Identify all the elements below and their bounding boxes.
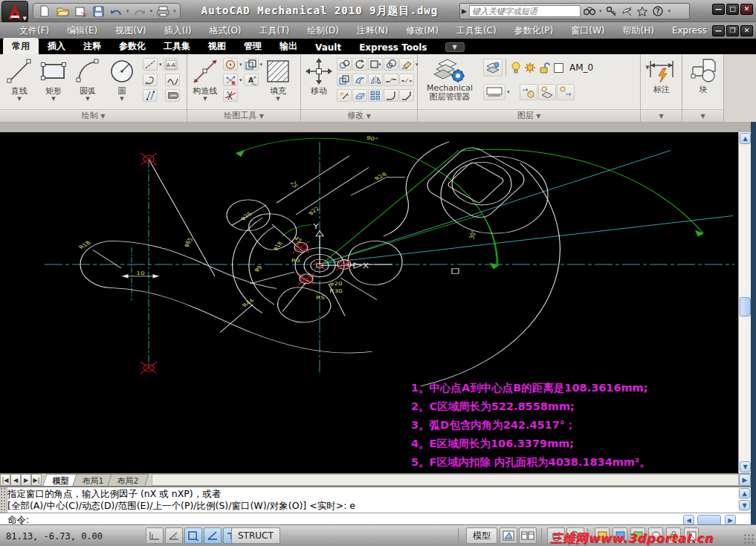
layers-panel-title[interactable]: 图层 ▼: [418, 109, 640, 122]
struct-button[interactable]: STRUCT: [231, 527, 280, 544]
prev-tab-button[interactable]: ◀: [10, 474, 21, 486]
drawtools-dd1[interactable]: ▾: [239, 62, 243, 68]
move-button[interactable]: 移动: [303, 56, 335, 107]
ribbon-tab-vault[interactable]: Vault: [306, 40, 350, 54]
doc-close-button[interactable]: ✕: [740, 25, 753, 36]
line-button[interactable]: 直线▼: [3, 56, 36, 107]
ribbon-tab-toolsets[interactable]: 工具集: [155, 38, 199, 54]
object-color-button[interactable]: [483, 84, 505, 100]
command-scroll-up-button[interactable]: ▲: [739, 488, 750, 498]
circle-button[interactable]: 圆▼: [106, 56, 138, 107]
resize-grip[interactable]: [744, 534, 755, 545]
spline-mini-button[interactable]: [165, 74, 180, 86]
ribbon-tab-annotate[interactable]: 注释: [74, 38, 110, 54]
layer-freeze-button[interactable]: [538, 84, 556, 100]
drawtools-panel-title[interactable]: 绘图工具 ▼: [187, 109, 300, 122]
layer-on-icon[interactable]: [509, 62, 523, 74]
menu-edit[interactable]: 编辑(E): [58, 23, 106, 39]
ribbon-tab-output[interactable]: 输出: [271, 38, 306, 54]
menu-tools[interactable]: 工具(T): [251, 23, 299, 39]
array-mini-button[interactable]: [368, 89, 383, 102]
search-dropdown[interactable]: ▾: [598, 8, 603, 14]
menu-modify[interactable]: 修改(M): [397, 23, 448, 39]
3d-mini-button[interactable]: [352, 89, 367, 102]
layer-color-swatch[interactable]: [554, 63, 563, 73]
command-window-drag-handle[interactable]: [0, 487, 7, 513]
section-line-mini-button[interactable]: [223, 89, 238, 102]
horizontal-scrollbar-track[interactable]: [152, 474, 739, 486]
layout2-tab[interactable]: 布局2: [107, 474, 149, 486]
object-color-dropdown[interactable]: ▾: [506, 89, 511, 95]
layer-unlock-icon[interactable]: [537, 62, 551, 74]
multiline-mini-button[interactable]: [143, 89, 158, 102]
layer-lock-button[interactable]: [557, 84, 575, 100]
layer-isolate-button[interactable]: [520, 84, 537, 100]
quick-view-layouts-button[interactable]: [519, 527, 537, 544]
polar-toggle[interactable]: [165, 527, 183, 544]
chamfer-mini-button[interactable]: [399, 89, 414, 102]
menu-draw[interactable]: 绘制(D): [298, 23, 348, 39]
text-align-mini-button[interactable]: A-A: [164, 58, 178, 71]
erase-mini-button[interactable]: [399, 58, 414, 71]
vertical-scroll-thumb[interactable]: [740, 297, 751, 316]
ribbon-tab-view[interactable]: 视图: [199, 38, 235, 54]
menu-parametric[interactable]: 参数化(P): [505, 23, 563, 39]
subscription-button[interactable]: [604, 5, 618, 17]
command-scrollbar[interactable]: ▲ ▼: [738, 487, 751, 513]
help-dropdown[interactable]: ▾: [667, 8, 671, 14]
osnap-toggle[interactable]: [184, 527, 202, 544]
doc-minimize-button[interactable]: —: [712, 25, 725, 36]
construction-lines-button[interactable]: 构造线▼: [189, 56, 222, 107]
model-space-button[interactable]: 模型: [466, 527, 497, 544]
hatch-button[interactable]: 填充▼: [262, 56, 294, 107]
block-panel-title[interactable]: ▼: [682, 109, 723, 122]
menu-insert[interactable]: 插入(I): [155, 23, 201, 39]
arc-button[interactable]: 圆弧▼: [71, 56, 104, 107]
draw-panel-title[interactable]: 绘制 ▼: [0, 109, 187, 122]
region-mini-button[interactable]: [165, 89, 180, 102]
command-history[interactable]: 指定窗口的角点，输入比例因子 (nX 或 nXP)，或者 [全部(A)/中心(C…: [7, 488, 737, 512]
maximize-button[interactable]: □: [726, 4, 739, 15]
scale-mini-button[interactable]: [384, 58, 398, 71]
scroll-down-button[interactable]: ▼: [740, 461, 751, 472]
fillet-mini-button[interactable]: [384, 89, 398, 102]
erase-points-mini-button[interactable]: [223, 74, 238, 86]
command-scroll-right-button[interactable]: ▶: [725, 515, 736, 525]
search-expand-icon[interactable]: ▶: [462, 7, 467, 15]
command-scroll-left-button[interactable]: ◀: [683, 515, 694, 525]
rotate-mini-button[interactable]: [352, 58, 367, 71]
draw-mini-dropdown[interactable]: ▾: [158, 62, 163, 68]
layer-manager-button[interactable]: Mechanical图层管理器: [421, 56, 479, 107]
vertical-scrollbar[interactable]: ▲ ▼: [738, 132, 751, 473]
command-hscroll-thumb[interactable]: [697, 515, 721, 525]
layout-button[interactable]: [500, 527, 517, 544]
horizontal-scroll-right-button[interactable]: ▶: [739, 474, 751, 486]
copy-object-mini-button[interactable]: [244, 58, 259, 71]
ribbon-tab-express[interactable]: Express Tools: [350, 40, 436, 54]
offset-mini-button[interactable]: [337, 74, 352, 86]
dimension-panel-title[interactable]: ▼: [641, 109, 682, 122]
explode-mini-button[interactable]: [337, 89, 352, 102]
search-input[interactable]: [469, 5, 581, 17]
first-tab-button[interactable]: |◀: [0, 474, 10, 486]
menu-format[interactable]: 格式(O): [201, 23, 251, 39]
menu-help[interactable]: 帮助(H): [613, 23, 662, 39]
last-tab-button[interactable]: ▶|: [31, 474, 42, 486]
rectangle-button[interactable]: 矩形▼: [37, 56, 70, 107]
dimension-button[interactable]: 标注: [645, 56, 678, 107]
layer-states-button[interactable]: [483, 59, 503, 77]
favorites-button[interactable]: [636, 5, 649, 17]
next-tab-button[interactable]: ▶: [21, 474, 31, 486]
menu-window[interactable]: 窗口(W): [562, 23, 613, 39]
construction-line-mini-button[interactable]: [143, 58, 158, 71]
break-at-point-mini-button[interactable]: [399, 74, 414, 86]
minimize-button[interactable]: —: [712, 4, 725, 15]
menu-express[interactable]: Express: [663, 24, 716, 37]
menu-view[interactable]: 视图(V): [106, 23, 155, 39]
block-button[interactable]: 块: [687, 56, 720, 107]
help-button[interactable]: ?: [651, 5, 665, 17]
ribbon-minimize-button[interactable]: ▼: [445, 42, 465, 52]
ribbon-tab-insert[interactable]: 插入: [39, 38, 74, 54]
ortho-toggle[interactable]: [146, 527, 164, 544]
ribbon-tab-manage[interactable]: 管理: [235, 38, 271, 54]
